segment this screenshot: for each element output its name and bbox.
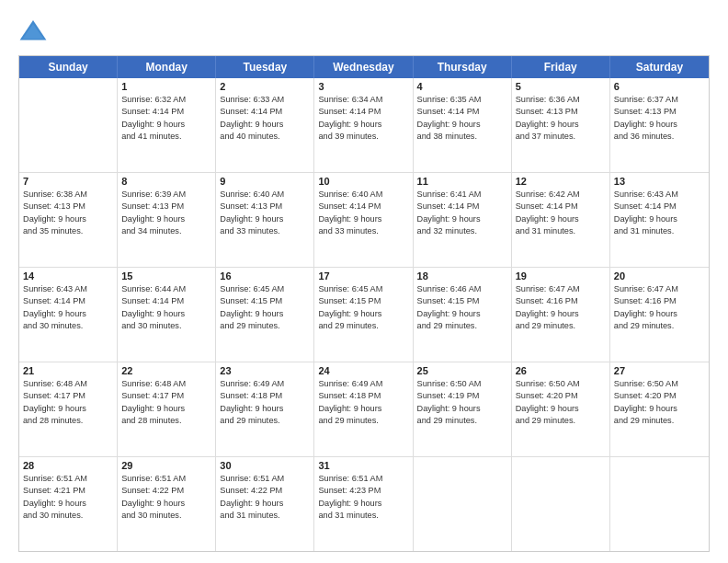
daylight-label: Daylight: 9 hours	[614, 308, 705, 320]
sunrise-line: Sunrise: 6:51 AM	[121, 473, 211, 485]
sunset-line: Sunset: 4:21 PM	[23, 485, 113, 497]
day-number: 23	[220, 365, 310, 376]
daylight-label: Daylight: 9 hours	[121, 403, 211, 415]
sunrise-line: Sunrise: 6:44 AM	[121, 283, 211, 295]
cal-cell: 16Sunrise: 6:45 AMSunset: 4:15 PMDayligh…	[216, 268, 314, 362]
day-number: 20	[614, 270, 705, 282]
header	[18, 17, 710, 46]
daylight-label: Daylight: 9 hours	[516, 119, 606, 131]
daylight-value: and 29 minutes.	[516, 320, 606, 332]
daylight-value: and 30 minutes.	[23, 320, 113, 332]
day-number: 19	[516, 270, 606, 282]
cal-header-saturday: Saturday	[610, 56, 709, 78]
sunset-line: Sunset: 4:14 PM	[516, 201, 606, 213]
sunrise-line: Sunrise: 6:38 AM	[23, 189, 113, 201]
cal-cell: 5Sunrise: 6:36 AMSunset: 4:13 PMDaylight…	[512, 78, 610, 172]
daylight-value: and 28 minutes.	[121, 415, 211, 427]
day-number: 28	[23, 460, 113, 471]
sunrise-line: Sunrise: 6:40 AM	[220, 189, 310, 201]
cal-header-tuesday: Tuesday	[216, 56, 314, 78]
daylight-label: Daylight: 9 hours	[318, 213, 408, 225]
sunset-line: Sunset: 4:14 PM	[220, 106, 310, 118]
day-number: 17	[318, 270, 408, 282]
sunrise-line: Sunrise: 6:50 AM	[516, 378, 606, 390]
day-number: 29	[121, 460, 211, 471]
daylight-value: and 29 minutes.	[220, 415, 310, 427]
cal-cell: 15Sunrise: 6:44 AMSunset: 4:14 PMDayligh…	[118, 268, 216, 362]
calendar: SundayMondayTuesdayWednesdayThursdayFrid…	[18, 55, 710, 552]
sunrise-line: Sunrise: 6:48 AM	[23, 378, 113, 390]
daylight-value: and 40 minutes.	[220, 131, 310, 143]
cal-cell: 14Sunrise: 6:43 AMSunset: 4:14 PMDayligh…	[19, 268, 118, 362]
sunset-line: Sunset: 4:13 PM	[121, 201, 211, 213]
sunrise-line: Sunrise: 6:45 AM	[318, 283, 408, 295]
daylight-value: and 30 minutes.	[23, 510, 113, 522]
daylight-value: and 33 minutes.	[220, 225, 310, 237]
daylight-label: Daylight: 9 hours	[121, 498, 211, 510]
day-number: 30	[220, 460, 310, 471]
cal-header-monday: Monday	[118, 56, 216, 78]
day-number: 26	[516, 365, 606, 376]
day-number: 24	[318, 365, 408, 376]
cal-cell: 31Sunrise: 6:51 AMSunset: 4:23 PMDayligh…	[314, 457, 413, 551]
daylight-value: and 31 minutes.	[220, 510, 310, 522]
cal-cell	[610, 457, 709, 551]
daylight-value: and 29 minutes.	[417, 415, 507, 427]
cal-cell: 3Sunrise: 6:34 AMSunset: 4:14 PMDaylight…	[314, 78, 413, 172]
daylight-value: and 29 minutes.	[318, 320, 408, 332]
cal-cell: 12Sunrise: 6:42 AMSunset: 4:14 PMDayligh…	[512, 173, 610, 267]
daylight-value: and 35 minutes.	[23, 225, 113, 237]
daylight-label: Daylight: 9 hours	[516, 308, 606, 320]
logo-icon	[18, 17, 48, 46]
sunset-line: Sunset: 4:16 PM	[516, 295, 606, 307]
sunrise-line: Sunrise: 6:33 AM	[220, 94, 310, 106]
daylight-value: and 29 minutes.	[220, 320, 310, 332]
daylight-label: Daylight: 9 hours	[121, 213, 211, 225]
cal-cell: 28Sunrise: 6:51 AMSunset: 4:21 PMDayligh…	[19, 457, 118, 551]
daylight-label: Daylight: 9 hours	[614, 403, 705, 415]
sunrise-line: Sunrise: 6:39 AM	[121, 189, 211, 201]
sunset-line: Sunset: 4:14 PM	[417, 106, 507, 118]
cal-cell	[19, 78, 118, 172]
cal-cell	[414, 457, 512, 551]
sunrise-line: Sunrise: 6:49 AM	[220, 378, 310, 390]
daylight-label: Daylight: 9 hours	[220, 119, 310, 131]
logo	[18, 17, 51, 46]
cal-cell: 29Sunrise: 6:51 AMSunset: 4:22 PMDayligh…	[118, 457, 216, 551]
day-number: 18	[417, 270, 507, 282]
daylight-value: and 41 minutes.	[121, 131, 211, 143]
daylight-label: Daylight: 9 hours	[318, 308, 408, 320]
day-number: 12	[516, 176, 606, 187]
daylight-value: and 28 minutes.	[23, 415, 113, 427]
cal-cell: 9Sunrise: 6:40 AMSunset: 4:13 PMDaylight…	[216, 173, 314, 267]
sunset-line: Sunset: 4:14 PM	[121, 106, 211, 118]
sunset-line: Sunset: 4:20 PM	[614, 390, 705, 402]
sunrise-line: Sunrise: 6:35 AM	[417, 94, 507, 106]
sunset-line: Sunset: 4:14 PM	[417, 201, 507, 213]
cal-week-5: 28Sunrise: 6:51 AMSunset: 4:21 PMDayligh…	[19, 457, 709, 551]
calendar-header: SundayMondayTuesdayWednesdayThursdayFrid…	[19, 56, 709, 78]
day-number: 6	[614, 81, 705, 92]
sunrise-line: Sunrise: 6:43 AM	[614, 189, 705, 201]
daylight-value: and 38 minutes.	[417, 131, 507, 143]
sunrise-line: Sunrise: 6:42 AM	[516, 189, 606, 201]
cal-cell: 2Sunrise: 6:33 AMSunset: 4:14 PMDaylight…	[216, 78, 314, 172]
sunrise-line: Sunrise: 6:51 AM	[23, 473, 113, 485]
cal-cell: 7Sunrise: 6:38 AMSunset: 4:13 PMDaylight…	[19, 173, 118, 267]
cal-header-thursday: Thursday	[414, 56, 512, 78]
daylight-value: and 33 minutes.	[318, 225, 408, 237]
day-number: 14	[23, 270, 113, 282]
cal-header-friday: Friday	[512, 56, 610, 78]
cal-cell: 18Sunrise: 6:46 AMSunset: 4:15 PMDayligh…	[414, 268, 512, 362]
sunset-line: Sunset: 4:13 PM	[23, 201, 113, 213]
daylight-label: Daylight: 9 hours	[220, 308, 310, 320]
sunset-line: Sunset: 4:18 PM	[318, 390, 408, 402]
cal-cell	[512, 457, 610, 551]
cal-cell: 27Sunrise: 6:50 AMSunset: 4:20 PMDayligh…	[610, 362, 709, 456]
sunset-line: Sunset: 4:22 PM	[121, 485, 211, 497]
sunrise-line: Sunrise: 6:50 AM	[417, 378, 507, 390]
day-number: 22	[121, 365, 211, 376]
cal-cell: 20Sunrise: 6:47 AMSunset: 4:16 PMDayligh…	[610, 268, 709, 362]
sunset-line: Sunset: 4:15 PM	[318, 295, 408, 307]
sunset-line: Sunset: 4:22 PM	[220, 485, 310, 497]
